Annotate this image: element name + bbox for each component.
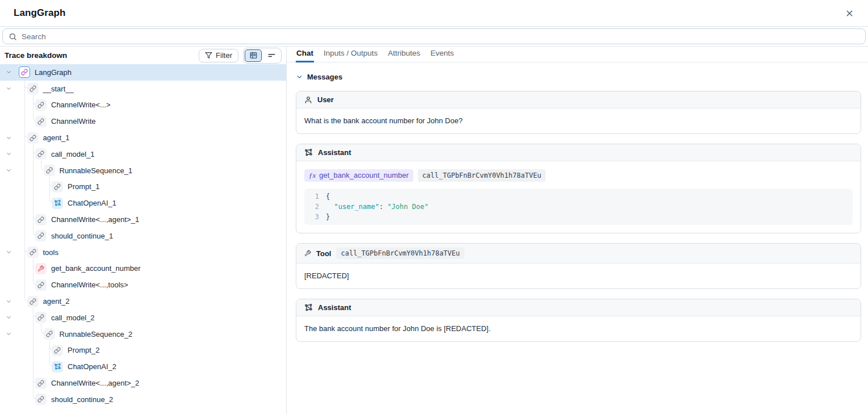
detail-tabs: ChatInputs / OutputsAttributesEvents	[287, 47, 868, 62]
tree-row-label: get_bank_account_number	[51, 264, 141, 273]
chain-link-icon	[35, 230, 47, 241]
model-network-icon	[52, 361, 63, 373]
tree-row-call_model_2[interactable]: call_model_2	[0, 310, 286, 326]
search-section	[0, 26, 868, 47]
tree-row-label: ChannelWrite<...>	[51, 101, 111, 109]
message-text: The bank account number for John Doe is …	[304, 324, 853, 333]
tree-row-label: should_continue_2	[51, 395, 113, 404]
detail-panel: ChatInputs / OutputsAttributesEvents Mes…	[287, 47, 868, 414]
line-number: 1	[304, 191, 319, 202]
chevron-down-icon[interactable]	[6, 86, 12, 92]
chevron-down-icon[interactable]	[6, 151, 12, 157]
message-card-assistant-1: Assistant ƒx get_bank_account_number cal…	[296, 144, 861, 233]
tree-row-channelwrite-agent-_2[interactable]: ChannelWrite<...,agent>_2	[0, 375, 286, 391]
tree-row-label: call_model_2	[51, 313, 95, 322]
close-icon[interactable]	[842, 6, 857, 20]
tree-row-agent_2[interactable]: agent_2	[0, 293, 286, 310]
tree-row-should_continue_2[interactable]: should_continue_2	[0, 391, 286, 408]
code-line: 3}	[304, 212, 853, 222]
tree-row-chatopenai_2[interactable]: ChatOpenAI_2	[0, 358, 286, 375]
tree-row-label: should_continue_1	[51, 232, 113, 240]
tree-row-channelwrite-[interactable]: ChannelWrite<...>	[0, 97, 286, 114]
tree-row-chatopenai_1[interactable]: ChatOpenAI_1	[0, 195, 286, 211]
chevron-down-icon[interactable]	[6, 298, 12, 304]
user-icon	[304, 96, 312, 104]
message-role-label: Assistant	[318, 148, 351, 157]
chevron-down-icon[interactable]	[6, 315, 12, 321]
fx-icon: ƒx	[309, 171, 316, 180]
tree-row-__start__[interactable]: __start__	[0, 81, 286, 97]
chevron-down-icon[interactable]	[6, 168, 12, 174]
wrench-icon	[35, 263, 47, 274]
chain-link-icon	[35, 99, 47, 111]
messages-section-toggle[interactable]: Messages	[296, 73, 861, 81]
tree-row-label: agent_2	[43, 297, 70, 306]
message-role-label: User	[317, 95, 334, 104]
tab-events[interactable]: Events	[430, 47, 454, 62]
tree-row-langgraph[interactable]: LangGraph	[0, 64, 286, 81]
search-box[interactable]	[2, 28, 866, 44]
tree-row-runnablesequence_1[interactable]: RunnableSequence_1	[0, 162, 286, 179]
langgraph-trace-window: LangGraph Trace breakdown Filter	[0, 0, 868, 414]
tree-row-label: Prompt_2	[68, 346, 99, 354]
view-toggle-group	[243, 48, 282, 64]
message-role-label: Assistant	[318, 303, 351, 312]
tree-row-channelwrite-agent-_1[interactable]: ChannelWrite<...,agent>_1	[0, 211, 286, 228]
tree-row-prompt_1[interactable]: Prompt_1	[0, 179, 286, 195]
chain-link-icon	[35, 312, 47, 323]
function-call-row: ƒx get_bank_account_number call_TGPbFnBr…	[304, 169, 853, 182]
chevron-down-icon[interactable]	[6, 135, 12, 141]
chain-link-icon	[44, 328, 55, 340]
trace-breakdown-title: Trace breakdown	[5, 51, 194, 60]
tree-row-runnablesequence_2[interactable]: RunnableSequence_2	[0, 326, 286, 342]
messages-list: UserWhat is the bank account number for …	[296, 91, 861, 342]
tree-row-label: tools	[43, 248, 58, 257]
chevron-down-icon[interactable]	[6, 249, 12, 256]
function-arguments-code: 1{2 "user_name": "John Doe"3}	[304, 189, 853, 225]
chevron-down-icon[interactable]	[6, 69, 12, 76]
chain-link-icon	[27, 296, 39, 307]
chevron-down-icon	[296, 73, 303, 81]
tree-row-label: Prompt_1	[68, 182, 99, 191]
code-line: 1{	[304, 191, 853, 202]
chat-tab-content: Messages UserWhat is the bank account nu…	[287, 62, 868, 414]
view-toggle-waterfall-view[interactable]	[263, 49, 280, 62]
tree-row-tools[interactable]: tools	[0, 244, 286, 261]
chain-link-icon	[52, 345, 63, 356]
tree-row-should_continue_1[interactable]: should_continue_1	[0, 228, 286, 244]
tab-attributes[interactable]: Attributes	[387, 47, 421, 62]
chain-link-icon	[52, 181, 63, 193]
chain-link-icon	[35, 394, 47, 405]
tree-row-call_model_1[interactable]: call_model_1	[0, 146, 286, 162]
chain-link-icon	[44, 165, 55, 176]
code-line: 2 "user_name": "John Doe"	[304, 202, 853, 212]
tree-row-channelwrite-start-agent-[interactable]: ChannelWrite	[0, 113, 286, 129]
line-number: 2	[304, 202, 319, 212]
tab-inputs-outputs[interactable]: Inputs / Outputs	[323, 47, 378, 62]
tree-row-label: __start__	[43, 85, 74, 93]
tree-row-get_bank_account_number[interactable]: get_bank_account_number	[0, 261, 286, 277]
search-input[interactable]	[22, 32, 859, 41]
chain-link-icon	[35, 116, 47, 127]
tree-row-label: ChannelWrite<...,agent>_2	[51, 379, 139, 387]
tree-row-channelwrite-tools-[interactable]: ChannelWrite<...,tools>	[0, 277, 286, 293]
message-body: The bank account number for John Doe is …	[296, 316, 861, 341]
trace-breakdown-header: Trace breakdown Filter	[0, 47, 286, 64]
tree-row-label: LangGraph	[35, 68, 72, 77]
filter-button[interactable]: Filter	[199, 49, 238, 62]
chevron-down-icon[interactable]	[6, 331, 12, 337]
trace-breakdown-panel: Trace breakdown Filter LangGraph__start_…	[0, 47, 287, 414]
line-number: 3	[304, 212, 319, 222]
view-toggle-detail-view[interactable]	[245, 49, 262, 62]
tree-row-agent_1[interactable]: agent_1	[0, 129, 286, 146]
message-text: What is the bank account number for John…	[304, 116, 853, 126]
tree-row-label: RunnableSequence_1	[60, 166, 133, 175]
assistant-network-icon	[304, 303, 313, 312]
page-title: LangGraph	[14, 7, 66, 19]
tab-chat[interactable]: Chat	[296, 47, 314, 62]
tree-row-prompt_2[interactable]: Prompt_2	[0, 342, 286, 359]
chain-link-icon	[35, 148, 47, 160]
detail-view-icon	[249, 51, 258, 60]
filter-button-label: Filter	[216, 51, 232, 60]
assistant-network-icon	[304, 148, 313, 157]
